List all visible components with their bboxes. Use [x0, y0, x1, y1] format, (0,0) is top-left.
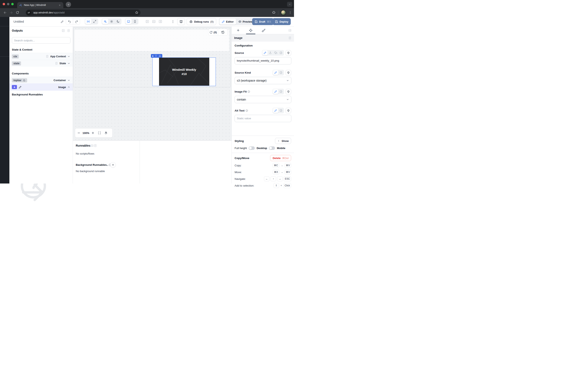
- cloud-upload-icon[interactable]: [273, 50, 278, 55]
- connect-plug-icon[interactable]: [286, 70, 291, 75]
- windmill-logo-icon[interactable]: [2, 19, 7, 24]
- static-pencil-icon[interactable]: [273, 89, 278, 94]
- close-window-button[interactable]: [3, 3, 5, 5]
- zoom-in-icon[interactable]: [91, 131, 95, 134]
- collapse-right-panel-icon[interactable]: [288, 29, 292, 32]
- sidebar-item-apps[interactable]: [3, 33, 7, 36]
- tab-close-icon[interactable]: [58, 3, 61, 7]
- chevron-down-icon[interactable]: [67, 55, 70, 58]
- sidebar-item-workers-robot-icon[interactable]: [3, 141, 7, 145]
- chevron-down-icon[interactable]: [67, 62, 70, 65]
- component-row-topbar[interactable]: topbar Container: [9, 77, 73, 83]
- image-component-selected[interactable]: Windmill Weekly #10: [152, 58, 216, 86]
- delete-button[interactable]: Delete ⌘Del: [270, 155, 291, 161]
- static-pencil-icon[interactable]: [262, 50, 268, 55]
- extensions-puzzle-icon[interactable]: [272, 11, 276, 15]
- function-icon[interactable]: [278, 70, 284, 75]
- output-row-ctx[interactable]: ctx App Context: [9, 53, 73, 60]
- tab-editor[interactable]: Editor: [219, 18, 236, 25]
- refresh-button[interactable]: (0): [208, 29, 218, 35]
- collapse-panel-icon[interactable]: [62, 29, 65, 32]
- expand-down-icon[interactable]: [155, 55, 157, 57]
- output-row-state[interactable]: state State: [9, 60, 73, 67]
- align-center-button[interactable]: [85, 19, 91, 24]
- image-fit-select[interactable]: contain: [234, 96, 291, 103]
- function-icon[interactable]: [278, 108, 284, 113]
- collapse-bottom-icon[interactable]: [90, 144, 94, 147]
- connect-plug-icon[interactable]: [286, 108, 291, 113]
- theme-auto-button[interactable]: [102, 19, 108, 24]
- address-bar[interactable]: app.windmill.dev/apps/add: [26, 9, 140, 16]
- undo-button[interactable]: [66, 18, 73, 25]
- doc-icon[interactable]: [94, 144, 97, 147]
- tab-components[interactable]: [244, 26, 257, 34]
- bookmark-star-icon[interactable]: [135, 11, 138, 14]
- site-settings-icon[interactable]: [26, 10, 31, 15]
- minimize-window-button[interactable]: [7, 3, 9, 5]
- reload-icon[interactable]: [14, 9, 20, 16]
- theme-dark-button[interactable]: [115, 19, 121, 24]
- full-height-toggle[interactable]: [249, 146, 255, 150]
- doc-icon[interactable]: [288, 36, 292, 40]
- function-icon[interactable]: [278, 89, 284, 94]
- panel-left-toggle-icon[interactable]: [145, 20, 149, 24]
- zoom-out-icon[interactable]: [77, 131, 80, 134]
- sidebar-item-search-icon[interactable]: [3, 47, 7, 51]
- profile-avatar[interactable]: [281, 10, 286, 15]
- function-icon[interactable]: [278, 50, 284, 55]
- sidebar-item-usage-dollar-icon[interactable]: [3, 75, 7, 79]
- app-title[interactable]: Untitled: [13, 17, 24, 26]
- debug-runs-button[interactable]: Debug runs (0): [187, 18, 216, 25]
- expand-width-button[interactable]: [91, 19, 98, 24]
- source-input[interactable]: keynote/thumbnail_weekly_10.png: [234, 57, 291, 64]
- panel-bottom-toggle-icon[interactable]: [152, 20, 156, 24]
- fit-view-icon[interactable]: [98, 131, 101, 134]
- source-kind-select[interactable]: s3 (workspace storage): [234, 77, 291, 84]
- more-options-kebab-icon[interactable]: [171, 20, 175, 24]
- mobile-view-button[interactable]: [132, 19, 138, 24]
- upload-icon[interactable]: [268, 50, 273, 55]
- history-button[interactable]: [218, 29, 227, 35]
- add-background-runnable-button[interactable]: [110, 162, 116, 167]
- alt-text-input[interactable]: [234, 115, 291, 122]
- chevron-down-icon[interactable]: [67, 79, 70, 82]
- theme-light-button[interactable]: [108, 19, 115, 24]
- sidebar-item-help-icon[interactable]: [3, 171, 7, 175]
- redo-button[interactable]: [73, 18, 80, 25]
- zoom-window-button[interactable]: [11, 3, 14, 5]
- connect-plug-icon[interactable]: [286, 89, 291, 94]
- styling-show-button[interactable]: Show: [275, 138, 291, 144]
- sidebar-item-add-plus-icon[interactable]: [3, 109, 7, 113]
- sidebar-item-favorites-star-icon[interactable]: [3, 40, 7, 44]
- panel-right-toggle-icon[interactable]: [158, 20, 162, 24]
- sidebar-expand-arrow-icon[interactable]: [3, 177, 7, 181]
- tab-styling-brush[interactable]: [257, 26, 270, 34]
- browser-menu-kebab-icon[interactable]: [288, 11, 292, 14]
- chevron-up-icon[interactable]: [67, 86, 70, 89]
- topbar-container-component[interactable]: [75, 30, 229, 51]
- anchor-icon[interactable]: [159, 55, 161, 57]
- selected-component-chip[interactable]: a: [151, 54, 162, 58]
- desktop-view-button[interactable]: [125, 19, 132, 24]
- browser-tab[interactable]: New App | Windmill: [17, 2, 63, 8]
- docs-button[interactable]: [177, 18, 185, 25]
- deploy-button[interactable]: Deploy: [273, 18, 291, 25]
- sidebar-item-flows-route-icon[interactable]: [3, 102, 7, 106]
- sidebar-item-runs-play-icon[interactable]: [3, 68, 7, 72]
- sidebar-item-home-icon[interactable]: [3, 60, 7, 64]
- sidebar-item-settings-gear-icon[interactable]: [3, 134, 7, 138]
- tab-search-button[interactable]: [287, 2, 292, 7]
- connect-plug-icon[interactable]: [286, 50, 291, 56]
- desktop-toggle[interactable]: [269, 146, 275, 150]
- forward-icon[interactable]: [8, 9, 14, 16]
- draft-button[interactable]: Draft ⌘S: [252, 18, 274, 25]
- sidebar-item-logs-list-icon[interactable]: [3, 156, 7, 160]
- static-pencil-icon[interactable]: [273, 108, 278, 113]
- sidebar-item-schedules-calendar-icon[interactable]: [3, 95, 7, 99]
- component-row-a-selected[interactable]: a Image: [9, 83, 73, 91]
- tab-insert[interactable]: [232, 26, 244, 34]
- search-outputs-input[interactable]: [12, 37, 70, 44]
- app-canvas[interactable]: (0) a Windmill Weekly #10: [73, 26, 232, 141]
- new-tab-button[interactable]: [66, 2, 71, 7]
- sidebar-item-user-icon[interactable]: [3, 126, 7, 130]
